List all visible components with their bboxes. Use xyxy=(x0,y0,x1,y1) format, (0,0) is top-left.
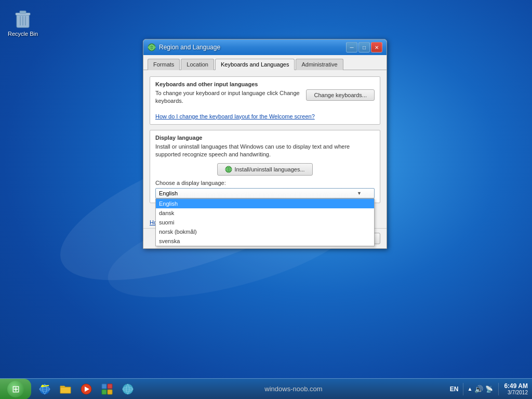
dropdown-item-norsk[interactable]: norsk (bokmål) xyxy=(156,227,374,236)
ie-icon[interactable] xyxy=(35,380,54,398)
sys-tray-icons: EN ▲ 🔊 📡 xyxy=(450,383,494,395)
choose-lang-label: Choose a display language: xyxy=(155,180,375,186)
svg-rect-21 xyxy=(108,390,112,394)
network-icon[interactable] xyxy=(118,380,137,398)
display-language-group: Display language Install or uninstall la… xyxy=(150,130,380,203)
tab-administrative[interactable]: Administrative xyxy=(296,59,343,70)
recycle-bin[interactable]: Recycle Bin xyxy=(8,8,38,37)
install-button-label: Install/uninstall languages... xyxy=(234,166,304,172)
taskbar-quicklaunch xyxy=(31,380,141,398)
display-lang-desc: Install or uninstall languages that Wind… xyxy=(155,143,375,159)
clock-time: 6:49 AM xyxy=(504,382,528,390)
keyboards-group: Keyboards and other input languages Chan… xyxy=(150,76,380,125)
dropdown-selected-value[interactable]: English ▼ xyxy=(155,188,375,198)
taskbar-center-text: windows-noob.com xyxy=(141,385,446,393)
network-status-icon[interactable]: 📡 xyxy=(485,385,493,393)
title-bar-buttons: ─ □ ✕ xyxy=(346,42,382,52)
minimize-button[interactable]: ─ xyxy=(346,42,357,52)
dropdown-list: English dansk suomi norsk (bokmål) svens… xyxy=(155,198,375,246)
taskbar: ⊞ xyxy=(0,378,532,399)
media-icon[interactable] xyxy=(77,380,96,398)
control-panel-icon[interactable] xyxy=(98,380,116,398)
dropdown-item-dansk[interactable]: dansk xyxy=(156,208,374,218)
desktop: Recycle Bin Region and Language ─ □ ✕ xyxy=(0,0,532,399)
install-uninstall-button[interactable]: Install/uninstall languages... xyxy=(217,163,312,176)
dropdown-arrow-icon: ▼ xyxy=(357,191,362,196)
title-bar: Region and Language ─ □ ✕ xyxy=(143,39,387,55)
close-button[interactable]: ✕ xyxy=(371,42,382,52)
clock-separator xyxy=(498,383,499,395)
tab-bar: Formats Location Keyboards and Languages… xyxy=(143,55,387,70)
svg-rect-18 xyxy=(102,384,107,389)
tab-location[interactable]: Location xyxy=(181,59,214,70)
keyboards-group-title: Keyboards and other input languages xyxy=(155,81,375,87)
system-clock[interactable]: 6:49 AM 3/7/2012 xyxy=(504,382,528,395)
folder-icon[interactable] xyxy=(56,380,75,398)
volume-icon[interactable]: 🔊 xyxy=(474,385,483,393)
title-bar-left: Region and Language xyxy=(148,43,220,51)
dialog-content: Keyboards and other input languages Chan… xyxy=(143,70,387,215)
svg-rect-20 xyxy=(102,390,107,394)
tab-keyboards[interactable]: Keyboards and Languages xyxy=(215,59,295,70)
svg-point-15 xyxy=(42,384,44,387)
region-language-dialog: Region and Language ─ □ ✕ Formats Locati… xyxy=(143,39,387,249)
start-orb: ⊞ xyxy=(7,381,24,397)
dropdown-item-english[interactable]: English xyxy=(156,199,374,208)
maximize-button[interactable]: □ xyxy=(358,42,370,52)
tray-separator xyxy=(463,383,463,395)
dialog-title: Region and Language xyxy=(159,44,220,51)
language-indicator: EN xyxy=(450,385,459,393)
display-lang-title: Display language xyxy=(155,135,375,141)
start-button[interactable]: ⊞ xyxy=(0,379,31,400)
show-hidden-icons[interactable]: ▲ xyxy=(468,386,473,392)
display-language-dropdown[interactable]: English ▼ English dansk suomi norsk (bok… xyxy=(155,188,375,198)
change-keyboards-button[interactable]: Change keyboards... xyxy=(306,89,375,101)
recycle-bin-label: Recycle Bin xyxy=(8,31,38,37)
keyboard-layout-link[interactable]: How do I change the keyboard layout for … xyxy=(155,113,315,119)
tab-formats[interactable]: Formats xyxy=(148,59,180,70)
windows-logo: ⊞ xyxy=(12,383,20,395)
dropdown-item-suomi[interactable]: suomi xyxy=(156,218,374,227)
dropdown-item-svenska[interactable]: svenska xyxy=(156,236,374,246)
svg-rect-2 xyxy=(20,11,26,14)
clock-date: 3/7/2012 xyxy=(504,390,528,395)
svg-rect-19 xyxy=(108,384,112,389)
system-tray: EN ▲ 🔊 📡 6:49 AM 3/7/2012 xyxy=(446,382,532,395)
